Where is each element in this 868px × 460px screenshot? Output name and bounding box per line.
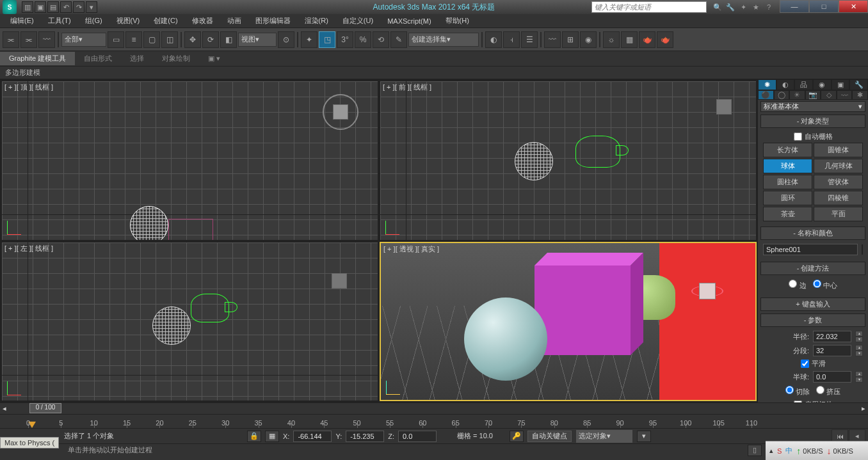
segments-spinner[interactable]: 32 — [813, 345, 851, 356]
time-tag-icon[interactable]: ▯ — [748, 445, 762, 456]
rollout-object-type[interactable]: - 对象类型 — [760, 115, 865, 128]
render-setup-icon[interactable]: ☼ — [603, 31, 620, 48]
object-box[interactable] — [534, 266, 631, 355]
key-icon[interactable]: 🔧 — [725, 1, 736, 13]
menu-maxscript[interactable]: MAXScript(M) — [381, 16, 437, 26]
viewcube-top[interactable] — [323, 94, 358, 130]
transform-type-icon[interactable]: ▦ — [265, 431, 279, 442]
rollout-name-color[interactable]: - 名称和颜色 — [760, 226, 865, 240]
minimize-button[interactable]: — — [780, 0, 809, 13]
align-icon[interactable]: ⫞ — [503, 31, 520, 48]
smooth-checkbox[interactable] — [801, 360, 809, 368]
script-listener-tab[interactable]: Max to Physcs ( — [0, 437, 59, 448]
hemisphere-spinner[interactable]: 0.0 — [813, 371, 851, 383]
category-dropdown[interactable]: 标准基本体▾ — [760, 101, 865, 112]
x-coord-field[interactable]: -66.144 — [293, 431, 332, 442]
rotate-icon[interactable]: ⟳ — [202, 31, 219, 48]
mirror-icon[interactable]: ◐ — [485, 31, 502, 48]
z-coord-field[interactable]: 0.0 — [398, 431, 437, 442]
tab-object-paint[interactable]: 对象绘制 — [153, 52, 199, 65]
object-sphere[interactable] — [464, 297, 547, 381]
satellite-icon[interactable]: ✦ — [737, 1, 749, 13]
tab-graphite[interactable]: Graphite 建模工具 — [0, 52, 75, 65]
primitive-button[interactable]: 四棱锥 — [814, 191, 863, 205]
timeline-left-arrow-icon[interactable]: ◂ — [0, 404, 9, 413]
viewport-label-left[interactable]: [ + ][ 左 ][ 线框 ] — [4, 244, 53, 253]
schematic-view-icon[interactable]: ⊞ — [562, 31, 579, 48]
rect-region-icon[interactable]: ▢ — [143, 31, 160, 48]
material-editor-icon[interactable]: ◉ — [580, 31, 597, 48]
timeline-right-arrow-icon[interactable]: ▸ — [859, 404, 868, 413]
primitive-button[interactable]: 长方体 — [763, 143, 812, 157]
viewcube-perspective[interactable] — [691, 275, 723, 307]
menu-create[interactable]: 创建(C) — [147, 15, 184, 27]
primitive-button[interactable]: 管状体 — [814, 175, 863, 189]
primitive-button[interactable]: 平面 — [814, 207, 863, 221]
spinner-snap-icon[interactable]: ⟲ — [373, 31, 389, 48]
object-color-swatch[interactable] — [862, 244, 863, 255]
time-slider-handle[interactable]: 0 / 100 — [29, 403, 61, 413]
named-selection-dropdown[interactable]: 创建选择集▾ — [408, 33, 479, 47]
object-sphere[interactable] — [515, 142, 553, 180]
viewport-top[interactable]: [ + ][ 顶 ][ 线框 ] — [1, 81, 378, 241]
help-icon[interactable]: ? — [763, 1, 775, 13]
object-box[interactable] — [168, 219, 213, 241]
star-icon[interactable]: ★ — [750, 1, 762, 13]
menu-views[interactable]: 视图(V) — [110, 15, 147, 27]
chop-radio[interactable]: 切除 — [785, 386, 810, 397]
redo-icon[interactable]: ↷ — [73, 1, 84, 13]
tab-selection[interactable]: 选择 — [121, 52, 153, 65]
menu-edit[interactable]: 编辑(E) — [4, 15, 40, 27]
primitive-button[interactable]: 几何球体 — [814, 159, 863, 173]
create-tab-icon[interactable]: ✺ — [758, 79, 776, 90]
render-frame-icon[interactable]: ▦ — [621, 31, 638, 48]
y-coord-field[interactable]: -15.235 — [346, 431, 384, 442]
object-name-input[interactable] — [763, 244, 858, 255]
modify-tab-icon[interactable]: ◐ — [776, 79, 795, 90]
viewcube-left[interactable] — [326, 268, 352, 294]
viewport-front[interactable]: [ + ][ 前 ][ 线框 ] — [380, 81, 757, 241]
tray-lang-icon[interactable]: 中 — [785, 446, 792, 456]
selection-filter-dropdown[interactable]: 全部▾ — [61, 33, 106, 47]
tray-expand-icon[interactable]: ▴ — [769, 447, 773, 455]
primitive-button[interactable]: 圆锥体 — [814, 143, 863, 157]
hierarchy-tab-icon[interactable]: 品 — [794, 79, 813, 90]
autokey-button[interactable]: 自动关键点 — [527, 431, 572, 442]
lights-tab-icon[interactable]: ☀ — [789, 90, 805, 100]
viewcube-front[interactable] — [711, 94, 737, 120]
rollout-parameters[interactable]: - 参数 — [760, 313, 865, 327]
scale-icon[interactable]: ◧ — [220, 31, 237, 48]
cameras-tab-icon[interactable]: 📷 — [805, 90, 821, 100]
manipulate-icon[interactable]: ✦ — [301, 31, 317, 48]
time-ruler[interactable]: 0510152025303540455055606570758085909510… — [0, 414, 868, 428]
menu-animation[interactable]: 动画 — [221, 15, 248, 27]
window-crossing-icon[interactable]: ◫ — [161, 31, 178, 48]
help-search-input[interactable] — [591, 1, 707, 13]
shapes-tab-icon[interactable]: ◯ — [774, 90, 790, 100]
geometry-tab-icon[interactable]: ⚫ — [758, 90, 774, 100]
viewport-label-front[interactable]: [ + ][ 前 ][ 线框 ] — [383, 83, 431, 92]
primitive-button[interactable]: 圆环 — [763, 191, 812, 205]
render-prod-icon[interactable]: 🫖 — [657, 31, 673, 48]
select-object-icon[interactable]: ▭ — [108, 31, 124, 48]
primitive-button[interactable]: 球体 — [763, 159, 812, 173]
menu-graph-editors[interactable]: 图形编辑器 — [249, 15, 297, 27]
object-teapot[interactable] — [575, 136, 620, 168]
menu-modifiers[interactable]: 修改器 — [186, 15, 220, 27]
viewport-label-persp[interactable]: [ + ][ 透视 ][ 真实 ] — [383, 244, 439, 254]
lock-selection-icon[interactable]: 🔒 — [247, 431, 261, 442]
object-sphere[interactable] — [130, 206, 168, 241]
radius-spinner[interactable]: 22.032 — [813, 331, 851, 342]
display-tab-icon[interactable]: ▣ — [832, 79, 850, 90]
key-filters-icon[interactable]: ▾ — [637, 431, 651, 442]
menu-rendering[interactable]: 渲染(R) — [298, 15, 335, 27]
menu-group[interactable]: 组(G) — [79, 15, 109, 27]
percent-snap-icon[interactable]: % — [355, 31, 371, 48]
link-icon[interactable]: ⫘ — [3, 31, 19, 48]
creation-center-radio[interactable]: 中心 — [813, 280, 837, 290]
viewport-perspective[interactable]: [ + ][ 透视 ][ 真实 ] — [380, 242, 757, 402]
autogrid-checkbox[interactable] — [794, 132, 802, 141]
maximize-button[interactable]: □ — [809, 0, 839, 13]
tab-freeform[interactable]: 自由形式 — [75, 52, 121, 65]
time-slider[interactable]: ◂ 0 / 100 ▸ — [0, 402, 868, 414]
